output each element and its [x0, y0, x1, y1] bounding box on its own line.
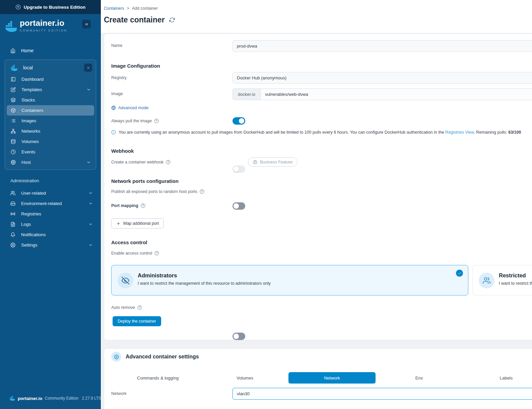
help-icon[interactable] — [141, 203, 145, 208]
docker-whale-icon — [10, 64, 18, 72]
always-pull-toggle[interactable] — [232, 117, 245, 125]
create-container-card: Name Image Configuration Registry Docker… — [104, 33, 532, 340]
portainer-footer-logo-icon — [9, 395, 15, 402]
sidebar-item-label: Stacks — [21, 97, 35, 103]
chevron-down-icon — [86, 160, 91, 164]
admin-menu: User-relatedEnvironment-relatedRegistrie… — [0, 188, 101, 250]
sidebar-item-events[interactable]: Events — [7, 147, 94, 157]
clock-icon — [11, 149, 16, 154]
arrow-up-circle-icon — [15, 4, 21, 10]
breadcrumb-current: Add container — [132, 6, 158, 11]
selected-check-icon — [456, 270, 463, 277]
footer-version: 2.27.9 LTS — [82, 396, 101, 401]
tab-commands-logging[interactable]: Commands & logging — [114, 372, 201, 384]
ownership-administrators-card[interactable]: Administrators I want to restrict the ma… — [111, 265, 468, 295]
deploy-container-button[interactable]: Deploy the container — [113, 316, 161, 326]
environment-close-button[interactable] — [84, 64, 92, 72]
breadcrumb-separator: > — [127, 6, 129, 11]
advanced-mode-link[interactable]: Advanced mode — [111, 106, 148, 110]
port-mapping-label: Port mapping — [111, 203, 145, 208]
network-icon — [11, 129, 16, 134]
portainer-logo-icon — [5, 19, 18, 34]
page-title-row: Create container — [104, 15, 175, 24]
app: Upgrade to Business Edition portainer.io… — [0, 0, 532, 409]
auto-remove-toggle[interactable] — [232, 333, 245, 340]
sidebar-item-label: Dashboard — [21, 77, 44, 82]
sidebar-item-images[interactable]: Images — [7, 116, 94, 126]
help-icon[interactable] — [166, 160, 171, 164]
image-input[interactable]: vulnerables/web-dvwa — [261, 88, 532, 100]
sidebar-item-registries[interactable]: Registries — [5, 209, 96, 219]
sidebar-item-label: Networks — [21, 129, 40, 134]
advanced-settings-card: Advanced container settings Commands & l… — [104, 348, 532, 409]
administrators-title: Administrators — [138, 272, 177, 279]
sidebar-item-home[interactable]: Home — [0, 46, 101, 56]
sidebar-item-containers[interactable]: Containers — [7, 105, 94, 116]
globe-icon — [111, 106, 116, 110]
ownership-restricted-card[interactable]: Restricted I want to restrict the manage… — [472, 265, 532, 295]
env-menu: DashboardTemplatesStacksContainersImages… — [7, 74, 94, 167]
webhook-label: Create a container webhook — [111, 160, 171, 164]
help-icon[interactable] — [137, 305, 142, 310]
logo-subtitle: COMMUNITY EDITION — [20, 29, 67, 32]
sidebar-item-settings[interactable]: Settings — [5, 240, 96, 250]
chevron-down-icon — [86, 87, 91, 92]
publish-ports-toggle[interactable] — [232, 202, 245, 210]
radio-icon — [10, 211, 15, 216]
restricted-title: Restricted — [499, 272, 526, 279]
tab-volumes[interactable]: Volumes — [201, 372, 288, 384]
refresh-icon[interactable] — [169, 17, 175, 23]
pull-limit-notice: You are currently using an anonymous acc… — [111, 130, 532, 135]
administration-section-label: Administration — [0, 178, 101, 183]
environment-header[interactable]: local — [7, 61, 94, 74]
help-icon[interactable] — [154, 251, 159, 256]
sidebar-collapse-button[interactable] — [82, 20, 91, 28]
environment-box: local DashboardTemplatesStacksContainers… — [5, 60, 96, 170]
breadcrumb: Containers > Add container — [104, 6, 158, 11]
page-title: Create container — [104, 15, 165, 24]
restricted-description: I want to restrict the management of thi… — [499, 281, 532, 286]
sidebar-item-notifications[interactable]: Notifications — [5, 229, 96, 240]
sidebar-item-logs[interactable]: Logs — [5, 219, 96, 229]
tab-labels[interactable]: Labels — [463, 372, 532, 384]
sidebar-item-label: Settings — [21, 243, 38, 248]
registries-view-link[interactable]: Registries View — [445, 130, 474, 135]
cpu-icon — [11, 160, 16, 165]
dashboard-icon — [11, 77, 16, 82]
always-pull-label: Always pull the image — [111, 119, 159, 123]
sidebar-item-label: User-related — [21, 191, 46, 196]
sidebar-item-volumes[interactable]: Volumes — [7, 136, 94, 147]
help-icon[interactable] — [154, 119, 159, 123]
upgrade-banner[interactable]: Upgrade to Business Edition — [0, 0, 101, 14]
chevron-down-icon — [88, 222, 93, 226]
sidebar-item-dashboard[interactable]: Dashboard — [7, 74, 94, 84]
sidebar-item-environment-related[interactable]: Environment-related — [5, 198, 96, 209]
name-input[interactable] — [232, 40, 532, 52]
access-control-heading: Access control — [111, 240, 147, 245]
chevron-down-icon — [88, 243, 93, 247]
sidebar-item-user-related[interactable]: User-related — [5, 188, 96, 198]
webhook-toggle[interactable] — [232, 165, 245, 173]
sidebar-item-label: Templates — [21, 87, 42, 92]
plus-icon — [116, 221, 121, 226]
registry-label: Registry — [111, 75, 127, 80]
sidebar-item-stacks[interactable]: Stacks — [7, 95, 94, 105]
tab-env[interactable]: Env — [376, 372, 463, 384]
sidebar-item-host[interactable]: Host — [7, 157, 94, 167]
tabs: Commands & loggingVolumesNetworkEnvLabel… — [114, 372, 532, 384]
help-icon[interactable] — [200, 189, 204, 194]
tab-network[interactable]: Network — [288, 372, 376, 384]
enable-access-label: Enable access control — [111, 251, 159, 256]
registry-select[interactable]: Docker Hub (anonymous) — [232, 72, 532, 84]
map-additional-port-button[interactable]: Map additional port — [111, 218, 164, 228]
breadcrumb-containers-link[interactable]: Containers — [104, 6, 124, 11]
sidebar-item-label: Logs — [21, 222, 31, 227]
close-icon — [86, 66, 90, 70]
image-label: Image — [111, 91, 123, 96]
network-input[interactable] — [232, 388, 532, 400]
sidebar-item-label: Environment-related — [21, 201, 62, 206]
sidebar-item-networks[interactable]: Networks — [7, 126, 94, 136]
sidebar-item-templates[interactable]: Templates — [7, 84, 94, 95]
info-icon — [111, 130, 116, 135]
chevron-down-icon — [88, 201, 93, 206]
